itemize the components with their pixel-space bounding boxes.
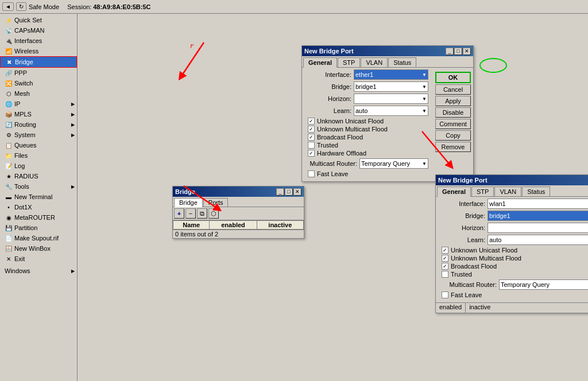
sidebar-item-system[interactable]: ⚙ System ▶ xyxy=(0,130,77,140)
sidebar-item-label: New WinBox xyxy=(14,245,51,252)
sidebar-item-label: Windows xyxy=(5,267,30,274)
nbp1-ok-button[interactable]: OK xyxy=(435,72,471,83)
nbp1-fast-leave-label: Fast Leave xyxy=(317,170,348,177)
sidebar-item-windows[interactable]: Windows ▶ xyxy=(0,266,77,275)
nbp2-broadcast-flood-checkbox[interactable] xyxy=(442,263,448,270)
nbp1-horizon-row: Horizon: ▼ xyxy=(305,94,428,104)
nbp1-remove-button[interactable]: Remove xyxy=(435,142,471,152)
nbp1-horizon-select[interactable]: ▼ xyxy=(354,94,428,104)
nbp1-comment-button[interactable]: Comment xyxy=(435,119,471,129)
nbp1-minimize-button[interactable]: _ xyxy=(446,48,454,55)
nbp2-multicast-flood-label: Unknown Multicast Flood xyxy=(451,255,521,262)
bridge-minimize-button[interactable]: _ xyxy=(276,188,284,196)
tab-stp-2[interactable]: STP xyxy=(471,186,494,196)
nbp1-titlebar: New Bridge Port _ □ ✕ xyxy=(302,46,473,56)
session-text: Session: 48:A9:8A:E0:5B:5C xyxy=(67,3,150,10)
tab-general-2[interactable]: General xyxy=(437,186,471,197)
tab-status-2[interactable]: Status xyxy=(522,186,550,196)
nbp2-trusted-checkbox[interactable] xyxy=(442,271,448,278)
nbp1-disable-button[interactable]: Disable xyxy=(435,107,471,118)
nbp2-multicast-router-select[interactable]: Temporary Query ▼ xyxy=(499,279,588,290)
sidebar-item-make-supout[interactable]: 📄 Make Supout.rif xyxy=(0,233,77,243)
sidebar-item-interfaces[interactable]: 🔌 Interfaces xyxy=(0,36,77,46)
nbp2-bridge-select[interactable]: bridge1 ▼ xyxy=(488,211,588,221)
nbp2-learn-select[interactable]: auto ▼ xyxy=(488,235,588,245)
copy-bridge-button[interactable]: ⧉ xyxy=(197,208,207,219)
nbp1-bridge-value: bridge1 xyxy=(355,83,377,90)
sidebar-item-ppp[interactable]: 🔗 PPP xyxy=(0,68,77,78)
nbp1-multicast-flood-checkbox[interactable] xyxy=(308,126,315,133)
back-button[interactable]: ◄ xyxy=(2,2,14,11)
sidebar-item-files[interactable]: 📁 Files xyxy=(0,150,77,161)
nbp1-bridge-select[interactable]: bridge1 ▼ xyxy=(354,81,428,92)
sidebar-item-queues[interactable]: 📋 Queues xyxy=(0,140,77,150)
nbp1-fast-leave-checkbox[interactable] xyxy=(308,170,315,177)
nbp2-trusted-label: Trusted xyxy=(451,271,472,278)
switch-icon: 🔀 xyxy=(5,79,13,87)
sidebar-item-partition[interactable]: 💾 Partition xyxy=(0,223,77,233)
nbp1-copy-button[interactable]: Copy xyxy=(435,130,471,141)
nbp1-learn-select[interactable]: auto ▼ xyxy=(354,106,428,116)
sidebar-item-quick-set[interactable]: ⚡ Quick Set xyxy=(0,15,77,25)
nbp1-interface-arrow: ▼ xyxy=(422,72,427,77)
nbp1-maximize-button[interactable]: □ xyxy=(454,48,462,55)
bridge-icon: ✖ xyxy=(5,58,13,66)
sidebar-item-capsman[interactable]: 📡 CAPsMAN xyxy=(0,25,77,36)
capsman-icon: 📡 xyxy=(5,26,13,34)
sidebar-item-metarouter[interactable]: ◉ MetaROUTER xyxy=(0,212,77,223)
remove-bridge-button[interactable]: − xyxy=(185,208,196,219)
sidebar-item-tools[interactable]: 🔧 Tools ▶ xyxy=(0,181,77,192)
bridge-close-button[interactable]: ✕ xyxy=(293,188,301,196)
sidebar-item-switch[interactable]: 🔀 Switch xyxy=(0,78,77,88)
sidebar-item-label: Queues xyxy=(14,142,37,149)
tab-vlan-1[interactable]: VLAN xyxy=(361,57,388,67)
bridge-maximize-button[interactable]: □ xyxy=(285,188,293,196)
sidebar-item-ip[interactable]: 🌐 IP ▶ xyxy=(0,99,77,109)
nbp2-horizon-select[interactable]: ▼ xyxy=(488,223,588,233)
nbp1-trusted-checkbox[interactable] xyxy=(308,142,315,149)
nbp1-unicast-flood-checkbox[interactable] xyxy=(308,118,315,125)
nbp1-multicast-router-row: Multicast Router: Temporary Query ▼ xyxy=(305,158,428,169)
nbp2-interface-select[interactable]: wlan1 ▼ xyxy=(488,199,588,209)
tab-vlan-2[interactable]: VLAN xyxy=(494,186,521,196)
sidebar-item-exit[interactable]: ✕ Exit xyxy=(0,254,77,264)
wireless-icon: 📶 xyxy=(5,47,13,55)
nbp2-bridge-value: bridge1 xyxy=(489,212,510,219)
sidebar-item-new-winbox[interactable]: 🪟 New WinBox xyxy=(0,243,77,254)
sidebar-item-log[interactable]: 📝 Log xyxy=(0,161,77,171)
sidebar-item-bridge[interactable]: ✖ Bridge xyxy=(0,56,77,68)
nbp1-hw-offload-checkbox[interactable] xyxy=(308,150,315,157)
nbp1-interface-select[interactable]: ether1 ▼ xyxy=(354,69,428,80)
nbp1-cancel-button[interactable]: Cancel xyxy=(435,84,471,95)
tab-ports[interactable]: Ports xyxy=(203,198,229,207)
nbp1-learn-label: Learn: xyxy=(305,107,351,114)
sidebar-item-routing[interactable]: 🔄 Routing ▶ xyxy=(0,119,77,130)
nbp1-bridge-arrow: ▼ xyxy=(422,84,427,90)
nbp2-multicast-flood-checkbox[interactable] xyxy=(442,255,448,262)
sidebar-item-wireless[interactable]: 📶 Wireless xyxy=(0,46,77,56)
tab-stp-1[interactable]: STP xyxy=(338,57,360,67)
nbp2-unicast-flood-checkbox[interactable] xyxy=(442,247,448,254)
nbp1-multicast-router-select[interactable]: Temporary Query ▼ xyxy=(359,158,428,169)
nbp2-fast-leave-checkbox[interactable] xyxy=(442,291,448,298)
nbp1-apply-button[interactable]: Apply xyxy=(435,96,471,106)
sidebar-item-dot1x[interactable]: • Dot1X xyxy=(0,202,77,212)
refresh-button[interactable]: ↻ xyxy=(16,2,26,11)
tab-status-1[interactable]: Status xyxy=(388,57,416,67)
nbp1-multicast-router-value: Temporary Query xyxy=(361,160,410,167)
sidebar-item-radius[interactable]: ★ RADIUS xyxy=(0,171,77,181)
sidebar-item-mpls[interactable]: 📦 MPLS ▶ xyxy=(0,109,77,119)
tab-bridge[interactable]: Bridge xyxy=(174,198,203,207)
nbp1-close-button[interactable]: ✕ xyxy=(463,48,471,55)
nbp2-status-inactive: inactive xyxy=(466,303,588,313)
add-bridge-button[interactable]: + xyxy=(174,208,184,219)
tab-general-1[interactable]: General xyxy=(303,57,337,68)
paste-bridge-button[interactable]: ⬡ xyxy=(208,208,219,219)
sidebar-item-mesh[interactable]: ⬡ Mesh xyxy=(0,88,77,99)
sidebar-item-new-terminal[interactable]: ▬ New Terminal xyxy=(0,192,77,202)
nbp2-form: Interface: wlan1 ▼ Bridge: bridge1 ▼ xyxy=(436,199,588,298)
nbp1-broadcast-flood-checkbox[interactable] xyxy=(308,134,315,141)
nbp2-fast-leave-row: Fast Leave xyxy=(442,291,588,298)
main-layout: ⚡ Quick Set 📡 CAPsMAN 🔌 Interfaces 📶 Wir… xyxy=(0,14,588,381)
annotation-arrow-1: ٢ xyxy=(158,37,227,94)
